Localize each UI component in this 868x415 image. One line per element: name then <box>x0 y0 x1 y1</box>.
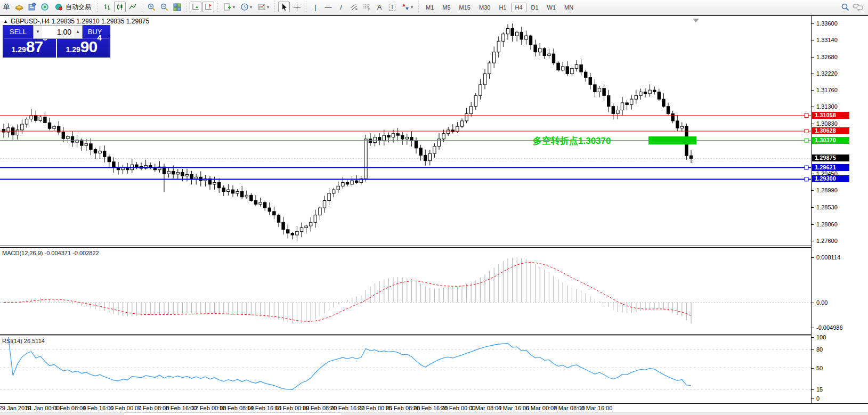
toolbar: 单 自动交易 <box>0 0 868 14</box>
line-anchor[interactable] <box>805 166 808 169</box>
auto-scroll-icon[interactable] <box>190 2 201 12</box>
axis-tick-label: 1.27600 <box>816 238 838 244</box>
market-watch-icon[interactable] <box>13 2 25 12</box>
time-axis[interactable]: 29 Jan 201931 Jan 00:001 Feb 08:004 Feb … <box>0 404 811 412</box>
timeframe-w1[interactable]: W1 <box>543 3 560 12</box>
trendline-tool[interactable]: / <box>335 2 347 12</box>
bar-chart-icon[interactable] <box>101 2 113 12</box>
axis-tick <box>812 74 814 74</box>
one-click-trading-panel: SELL 1.29875 BUY 1.29904 ▼ 1.00 ▲ <box>3 25 113 58</box>
time-axis-label: 4 Mar 16:00 <box>498 405 530 411</box>
axis-tick <box>812 207 814 208</box>
timeframe-group: M1M5M15M30H1H4D1W1MN <box>421 2 578 12</box>
svg-text:E: E <box>355 7 358 11</box>
templates-button[interactable]: ▾ <box>255 2 271 12</box>
toolbar-separator <box>274 2 275 12</box>
crosshair-button[interactable] <box>291 2 303 12</box>
collapse-panel-icon[interactable]: ▲ <box>3 19 8 24</box>
timeframe-m5[interactable]: M5 <box>439 3 454 12</box>
axis-tick <box>812 389 814 390</box>
axis-tick-label: 0.008114 <box>816 254 840 261</box>
chevron-down-icon: ▾ <box>250 5 252 10</box>
line-anchor[interactable] <box>805 129 808 133</box>
timeframe-m1[interactable]: M1 <box>422 3 437 12</box>
rsi-label: RSI(14) 26.5114 <box>2 338 45 344</box>
line-anchor[interactable] <box>805 113 808 117</box>
svg-text:F: F <box>368 8 370 11</box>
chevron-down-icon: ▾ <box>233 5 235 10</box>
new-order-button[interactable]: 单 <box>1 2 12 12</box>
volume-up-icon[interactable]: ▲ <box>74 26 82 38</box>
volume-down-icon[interactable]: ▼ <box>34 26 42 38</box>
bottom-strip <box>0 412 868 415</box>
chevron-down-icon: ▾ <box>411 5 413 10</box>
label-tool[interactable]: T <box>386 2 398 12</box>
pane-separator[interactable] <box>0 334 868 335</box>
toolbar-separator <box>418 2 419 12</box>
axis-tick <box>812 337 814 338</box>
equidistant-channel-tool[interactable]: E <box>348 2 360 12</box>
arrows-tool[interactable]: ▾ <box>399 2 415 12</box>
macd-pane[interactable] <box>0 248 811 334</box>
price-level-label: 1.30370 <box>812 137 849 144</box>
main-chart-pane[interactable]: 多空转折点1.30370⌂ <box>0 16 811 246</box>
search-icon[interactable] <box>839 2 851 12</box>
candlestick-chart-icon[interactable] <box>114 2 126 12</box>
axis-tick <box>812 368 814 369</box>
volume-value[interactable]: 1.00 <box>42 26 74 38</box>
zoom-in-icon[interactable] <box>145 2 157 12</box>
autotrading-button[interactable]: 自动交易 <box>52 2 94 12</box>
axis-tick-label: 1.28530 <box>816 204 838 210</box>
text-tool[interactable]: A <box>374 2 385 12</box>
pane-separator[interactable] <box>0 246 868 246</box>
pivot-annotation-text[interactable]: 多空转折点1.30370 <box>533 135 611 146</box>
timeframe-h1[interactable]: H1 <box>495 3 510 12</box>
axis-tick <box>812 107 814 107</box>
time-axis-label: 7 Feb 08:00 <box>138 405 169 411</box>
timeframe-m15[interactable]: M15 <box>456 3 474 12</box>
cursor-button[interactable] <box>278 2 290 12</box>
indicators-button[interactable]: ▾ <box>221 2 237 12</box>
price-axis[interactable]: 1.336001.331401.326801.322201.317601.313… <box>811 16 868 403</box>
chart-title: ▲ GBPUSD-,H4 1.29835 1.29910 1.29835 1.2… <box>3 18 149 25</box>
periods-button[interactable]: ▾ <box>238 2 254 12</box>
timeframe-d1[interactable]: D1 <box>528 3 542 12</box>
toolbar-separator <box>217 2 218 12</box>
price-marker-icon: ⌂ <box>690 158 694 164</box>
autotrading-icon <box>55 3 63 11</box>
axis-tick <box>812 174 814 174</box>
tile-windows-icon[interactable] <box>171 2 183 12</box>
price-level-label: 1.29300 <box>812 175 849 182</box>
pivot-highlight-bar[interactable] <box>648 136 696 144</box>
axis-tick <box>812 257 814 258</box>
chart-shift-icon[interactable] <box>202 2 214 12</box>
line-anchor[interactable] <box>805 139 808 142</box>
timeframe-mn[interactable]: MN <box>561 3 577 12</box>
axis-tick <box>812 90 814 91</box>
fibonacci-tool[interactable]: F <box>361 2 372 12</box>
crosshair-icon <box>293 3 301 11</box>
line-chart-icon[interactable] <box>127 2 139 12</box>
zoom-out-icon[interactable] <box>158 2 170 12</box>
axis-tick-label: 100 <box>816 334 826 340</box>
indicators-icon <box>223 3 232 11</box>
horizontal-line-tool[interactable]: — <box>322 2 334 12</box>
signals-icon[interactable] <box>39 2 51 12</box>
axis-tick-label: 1.31760 <box>816 87 838 93</box>
chat-icon[interactable] <box>852 2 864 12</box>
volume-spinner[interactable]: ▼ 1.00 ▲ <box>33 25 83 39</box>
scrollbar-thumb[interactable] <box>124 412 342 415</box>
axis-tick-label: 1.32680 <box>816 54 838 60</box>
rsi-pane[interactable] <box>0 336 811 403</box>
axis-tick-label: -0.004986 <box>816 324 843 331</box>
line-anchor[interactable] <box>805 177 808 181</box>
macd-label: MACD(12,26,9) -0.004371 -0.002822 <box>2 250 99 256</box>
fibonacci-icon: F <box>362 3 371 11</box>
channel-icon: E <box>350 3 358 11</box>
chart-shift-marker-icon[interactable] <box>693 19 699 22</box>
timeframe-m30[interactable]: M30 <box>475 3 494 12</box>
data-window-icon[interactable] <box>26 2 38 12</box>
toolbar-separator <box>97 2 99 12</box>
timeframe-h4[interactable]: H4 <box>511 3 526 12</box>
vertical-line-tool[interactable]: | <box>310 2 321 12</box>
